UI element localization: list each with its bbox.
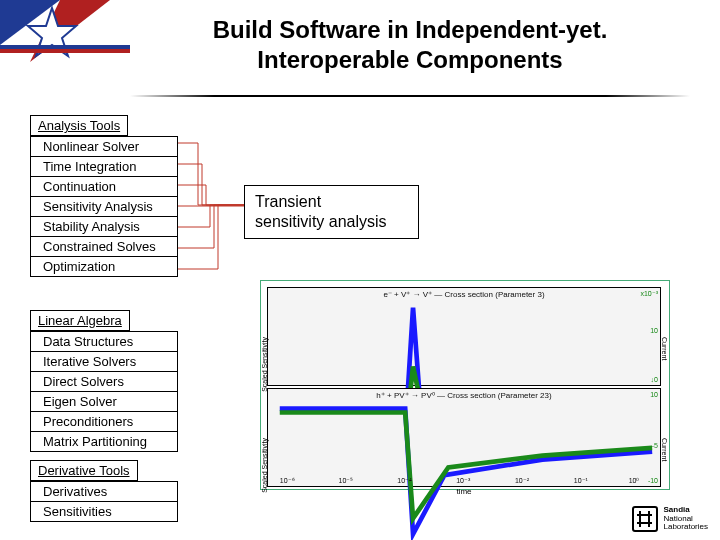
chart-xtick-6: 10⁰: [629, 477, 640, 485]
chart-bot-curves: [268, 389, 660, 540]
item-preconditioners: Preconditioners: [30, 412, 178, 432]
group-header-deriv: Derivative Tools: [30, 460, 138, 481]
header-band-red: [0, 49, 130, 53]
callout-line1: Transient: [255, 192, 408, 212]
chart-xtick-1: 10⁻⁵: [339, 477, 354, 485]
item-iterative-solvers: Iterative Solvers: [30, 352, 178, 372]
callout-line2: sensitivity analysis: [255, 212, 408, 232]
footer-logo: Sandia National Laboratories: [632, 506, 708, 532]
group-linear-algebra: Linear Algebra Data Structures Iterative…: [30, 310, 178, 452]
chart-area: e⁻ + V⁺ → V⁺ — Cross section (Parameter …: [260, 280, 670, 490]
group-header-analysis: Analysis Tools: [30, 115, 128, 136]
chart-xtick-0: 10⁻⁶: [280, 477, 295, 485]
group-analysis-tools: Analysis Tools Nonlinear Solver Time Int…: [30, 115, 178, 277]
item-eigen-solver: Eigen Solver: [30, 392, 178, 412]
item-nonlinear-solver: Nonlinear Solver: [30, 136, 178, 157]
item-sensitivities: Sensitivities: [30, 502, 178, 522]
title-underline: [130, 95, 690, 97]
chart-top-ylabel: Scaled Sensitivity: [261, 337, 268, 392]
chart-bot-rlabel: Current: [661, 438, 668, 461]
star-decoration: [0, 0, 110, 70]
group-derivative-tools: Derivative Tools Derivatives Sensitiviti…: [30, 460, 178, 522]
chart-bot-ylabel: Scaled Sensitivity: [261, 438, 268, 493]
chart-frame: e⁻ + V⁺ → V⁺ — Cross section (Parameter …: [260, 280, 670, 490]
chart-panel-bottom: h⁺ + PV⁺ → PV⁰ — Cross section (Paramete…: [267, 388, 661, 487]
chart-xtick-4: 10⁻²: [515, 477, 529, 485]
item-matrix-partitioning: Matrix Partitioning: [30, 432, 178, 452]
slide-title-line2: Interoperable Components: [257, 46, 562, 73]
slide-title: Build Software in Independent-yet. Inter…: [130, 15, 690, 75]
callout-box: Transient sensitivity analysis: [244, 185, 419, 239]
group-header-linalg: Linear Algebra: [30, 310, 130, 331]
chart-top-rlabel: Current: [661, 337, 668, 360]
item-sensitivity-analysis: Sensitivity Analysis: [30, 197, 178, 217]
chart-xtick-5: 10⁻¹: [574, 477, 588, 485]
item-derivatives: Derivatives: [30, 481, 178, 502]
item-optimization: Optimization: [30, 257, 178, 277]
chart-xtick-3: 10⁻³: [456, 477, 470, 485]
item-time-integration: Time Integration: [30, 157, 178, 177]
item-stability-analysis: Stability Analysis: [30, 217, 178, 237]
item-continuation: Continuation: [30, 177, 178, 197]
item-data-structures: Data Structures: [30, 331, 178, 352]
footer-logo-text: Sandia National Laboratories: [664, 506, 708, 531]
sandia-thunderbird-icon: [632, 506, 658, 532]
chart-xtick-2: 10⁻⁴: [397, 477, 412, 485]
item-constrained-solves: Constrained Solves: [30, 237, 178, 257]
item-direct-solvers: Direct Solvers: [30, 372, 178, 392]
callout-connectors: [178, 130, 244, 330]
chart-panel-top: e⁻ + V⁺ → V⁺ — Cross section (Parameter …: [267, 287, 661, 386]
slide-title-line1: Build Software in Independent-yet.: [213, 16, 608, 43]
footer-org3: Laboratories: [664, 522, 708, 531]
